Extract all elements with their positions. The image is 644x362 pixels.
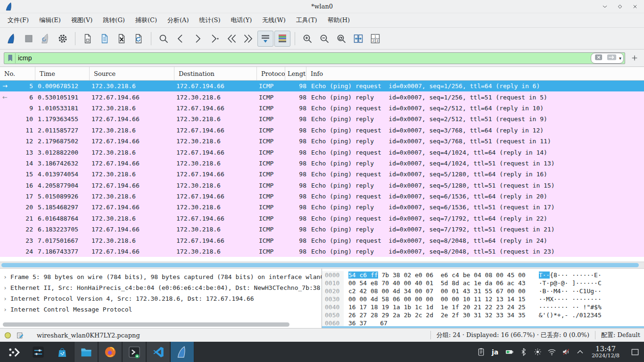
taskbar-vscode-icon[interactable]	[146, 342, 170, 362]
tray-battery-icon[interactable]	[503, 346, 515, 358]
packet-row[interactable]: 154.013974054172.30.218.6172.67.194.66IC…	[0, 169, 644, 180]
hex-row[interactable]: 001000 54 e8 70 40 00 40 01 5d 8d ac 1e …	[322, 279, 644, 287]
hex-row[interactable]: 004016 17 18 19 1a 1b 1c 1d 1e 1f 20 21 …	[322, 303, 644, 311]
go-forward-icon[interactable]	[190, 31, 206, 47]
filter-bookmark-icon[interactable]	[5, 53, 16, 63]
zoom-out-icon[interactable]	[316, 31, 332, 47]
tray-wifi-icon[interactable]	[545, 346, 558, 358]
detail-tree-row[interactable]: ›Ethernet II, Src: HonHaiPrecis_c4:be:04…	[0, 282, 322, 293]
packet-row[interactable]: 164.205877904172.67.194.66172.30.218.6IC…	[0, 180, 644, 191]
packet-row[interactable]: 91.010533181172.30.218.6172.67.194.66ICM…	[0, 103, 644, 114]
capture-comment-icon[interactable]	[16, 331, 24, 339]
zoom-in-icon[interactable]	[299, 31, 315, 47]
packet-row[interactable]: 101.179363455172.67.194.66172.30.218.6IC…	[0, 114, 644, 124]
hex-row[interactable]: 0020c2 42 08 00 4d 34 00 07 00 01 43 31 …	[322, 287, 644, 295]
layout-columns-icon[interactable]: 123	[367, 31, 383, 47]
column-header-destination[interactable]: Destination	[174, 67, 257, 80]
menu-V[interactable]: 视图(V)	[66, 14, 98, 26]
hex-row[interactable]: 003000 00 4d 58 06 00 00 00 00 00 10 11 …	[322, 295, 644, 303]
capture-file-name[interactable]: wireshark_wlan0KH7LY2.pcapng	[37, 332, 140, 339]
display-filter-field[interactable]: ▾	[4, 52, 625, 64]
minimize-icon[interactable]	[601, 2, 609, 11]
menu-G[interactable]: 跳转(G)	[98, 14, 130, 26]
taskbar-wireshark-icon[interactable]	[170, 342, 194, 362]
find-packet-icon[interactable]	[156, 31, 172, 47]
tray-brightness-icon[interactable]	[531, 346, 544, 358]
menu-T[interactable]: 工具(T)	[291, 14, 322, 26]
taskbar-system-settings-icon[interactable]	[26, 342, 50, 362]
taskbar-file-manager-icon[interactable]	[74, 342, 98, 362]
packet-row[interactable]: 237.017501667172.30.218.6172.67.194.66IC…	[0, 235, 644, 246]
packet-row[interactable]: 175.015089926172.30.218.6172.67.194.66IC…	[0, 191, 644, 202]
colorize-packets-icon[interactable]	[274, 31, 290, 47]
detail-tree-row[interactable]: ›Internet Control Message Protocol	[0, 304, 322, 315]
packet-row[interactable]: 6←0.530105191172.67.194.66172.30.218.6IC…	[0, 91, 644, 102]
restart-capture-icon[interactable]	[38, 31, 54, 47]
go-to-packet-icon[interactable]	[206, 31, 223, 47]
detail-tree-row[interactable]: ›Frame 5: 98 bytes on wire (784 bits), 9…	[0, 272, 322, 282]
packet-row[interactable]: 5→0.009678512172.30.218.6172.67.194.66IC…	[0, 81, 644, 91]
tray-tray-expand-icon[interactable]	[574, 346, 586, 358]
tray-clipboard-icon[interactable]	[475, 346, 487, 358]
detail-tree-row[interactable]: ›Internet Protocol Version 4, Src: 172.3…	[0, 293, 322, 304]
bytes-hscrollbar[interactable]	[322, 326, 644, 328]
scrollbar-thumb[interactable]	[3, 322, 289, 327]
tray-volume-muted-icon[interactable]	[560, 346, 572, 358]
filter-dropdown-icon[interactable]: ▾	[619, 56, 621, 61]
expert-info-icon[interactable]	[4, 331, 12, 339]
column-header-info[interactable]: Info	[306, 67, 644, 80]
packet-row[interactable]: 226.183223705172.67.194.66172.30.218.6IC…	[0, 224, 644, 235]
resize-columns-icon[interactable]	[350, 31, 366, 47]
filter-input[interactable]	[16, 54, 591, 62]
hex-bytes[interactable]: 00 00 4d 58 06 00 00 00 00 00 10 11 12 1…	[344, 296, 526, 303]
menu-A[interactable]: 分析(A)	[163, 14, 194, 26]
menu-E[interactable]: 编辑(E)	[34, 14, 66, 26]
taskbar-terminal-icon[interactable]	[122, 342, 146, 362]
expand-chevron-icon[interactable]: ›	[0, 273, 10, 280]
go-first-packet-icon[interactable]	[223, 31, 239, 47]
column-header-protocol[interactable]: Protocol	[257, 67, 285, 80]
column-header-length[interactable]: Length	[285, 67, 306, 80]
filter-add-icon[interactable]	[629, 52, 640, 64]
column-header-no[interactable]: No.	[0, 67, 35, 80]
reload-file-icon[interactable]	[131, 31, 147, 47]
filter-clear-icon[interactable]	[593, 53, 604, 63]
expand-chevron-icon[interactable]: ›	[0, 295, 10, 302]
tray-bluetooth-icon[interactable]	[517, 346, 529, 358]
hex-bytes[interactable]: 36 37	[344, 320, 367, 327]
column-header-source[interactable]: Source	[90, 67, 174, 80]
close-file-icon[interactable]	[114, 31, 130, 47]
menu-Y[interactable]: 电话(Y)	[226, 14, 257, 26]
packet-row[interactable]: 112.011585727172.30.218.6172.67.194.66IC…	[0, 125, 644, 136]
filter-apply-icon[interactable]	[605, 53, 618, 63]
go-back-icon[interactable]	[173, 31, 189, 47]
clock[interactable]: 13:47 2024/12/8	[592, 346, 619, 359]
maximize-icon[interactable]	[616, 2, 624, 11]
auto-scroll-icon[interactable]	[257, 31, 273, 47]
taskbar-discover-store-icon[interactable]	[50, 342, 74, 362]
taskbar-firefox-browser-icon[interactable]	[98, 342, 122, 362]
packet-row[interactable]: 122.179687502172.67.194.66172.30.218.6IC…	[0, 136, 644, 147]
menu-F[interactable]: 文件(F)	[3, 14, 33, 26]
packet-row[interactable]: 216.016488764172.30.218.6172.67.194.66IC…	[0, 213, 644, 224]
menu-C[interactable]: 捕获(C)	[131, 14, 162, 26]
detail-hscrollbar[interactable]	[3, 322, 314, 327]
packet-row[interactable]: 205.185468297172.67.194.66172.30.218.6IC…	[0, 202, 644, 213]
tray-input-method-icon[interactable]: ja	[489, 346, 501, 358]
hex-bytes[interactable]: c2 42 08 00 4d 34 00 07 00 01 43 31 55 6…	[344, 288, 526, 295]
packet-row[interactable]: 143.186742632172.67.194.66172.30.218.6IC…	[0, 158, 644, 169]
open-file-icon[interactable]	[80, 31, 96, 47]
start-capture-icon[interactable]	[4, 31, 20, 47]
menu-H[interactable]: 帮助(H)	[323, 14, 355, 26]
close-icon[interactable]	[631, 2, 639, 11]
zoom-reset-icon[interactable]	[333, 31, 349, 47]
expand-chevron-icon[interactable]: ›	[0, 284, 10, 291]
packet-row[interactable]: 247.186743377172.67.194.66172.30.218.6IC…	[0, 246, 644, 257]
expand-chevron-icon[interactable]: ›	[0, 306, 10, 313]
hex-bytes[interactable]: 16 17 18 19 1a 1b 1c 1d 1e 1f 20 21 22 2…	[344, 304, 526, 311]
menu-S[interactable]: 统计(S)	[195, 14, 225, 26]
scrollbar-thumb[interactable]	[1, 263, 639, 267]
stop-capture-icon[interactable]	[21, 31, 37, 47]
go-last-packet-icon[interactable]	[240, 31, 256, 47]
hex-row[interactable]: 000054 c6 ff 7b 38 02 e0 06 e6 c4 be 04 …	[322, 271, 644, 279]
